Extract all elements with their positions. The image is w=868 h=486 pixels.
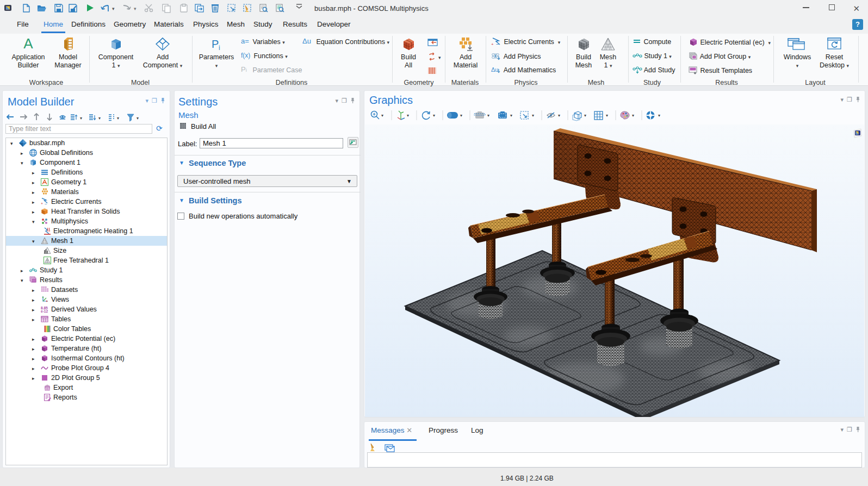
svg-text:▾: ▾	[606, 113, 608, 118]
svg-text:▾: ▾	[137, 116, 139, 121]
svg-text:▾: ▾	[80, 116, 82, 121]
svg-text:▾: ▾	[487, 113, 489, 118]
svg-text:▾: ▾	[658, 113, 660, 118]
svg-text:▾: ▾	[632, 113, 634, 118]
svg-text:▾: ▾	[381, 113, 383, 118]
svg-text:f(x): f(x)	[241, 52, 250, 59]
svg-text:▾: ▾	[532, 113, 534, 118]
svg-text:Δu: Δu	[302, 38, 311, 45]
svg-text:−: −	[496, 41, 499, 46]
svg-text:a=: a=	[241, 38, 249, 45]
svg-text:A: A	[23, 37, 33, 51]
svg-text:▾: ▾	[584, 113, 586, 118]
svg-text:+: +	[491, 42, 494, 46]
svg-text:P: P	[212, 38, 219, 50]
svg-text:+: +	[41, 202, 43, 205]
svg-text:Pi: Pi	[241, 66, 247, 73]
svg-text:▾: ▾	[134, 6, 137, 11]
svg-text:Δu: Δu	[491, 66, 498, 73]
svg-text:▾: ▾	[433, 113, 435, 118]
svg-text:▾: ▾	[460, 113, 462, 118]
svg-text:▾: ▾	[98, 116, 101, 121]
svg-text:▾: ▾	[510, 113, 512, 118]
svg-text:e-12: e-12	[41, 309, 48, 313]
svg-text:▾: ▾	[438, 55, 441, 60]
svg-text:−: −	[45, 202, 47, 206]
svg-text:▾: ▾	[117, 116, 119, 121]
svg-text:▾: ▾	[558, 113, 560, 118]
svg-text:▾: ▾	[407, 113, 409, 118]
svg-text:▾: ▾	[112, 6, 115, 11]
svg-text:i: i	[219, 44, 220, 51]
